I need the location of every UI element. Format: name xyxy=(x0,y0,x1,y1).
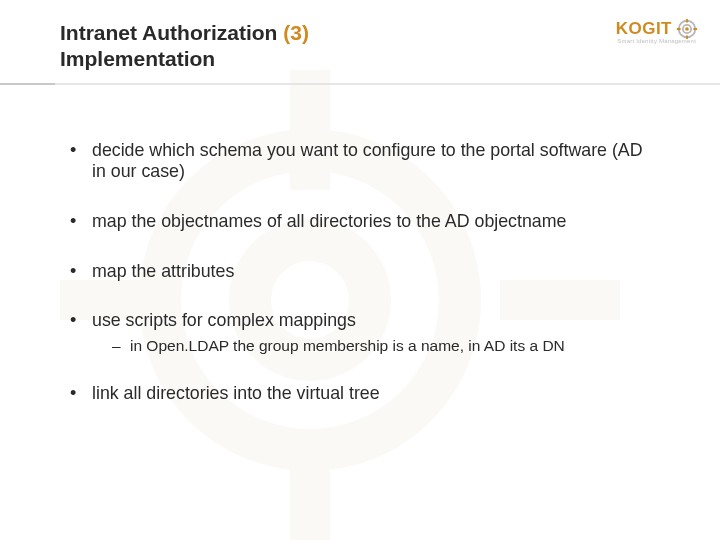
svg-point-8 xyxy=(685,27,689,31)
bullet-text: decide which schema you want to configur… xyxy=(92,140,643,182)
sub-list-item: in Open.LDAP the group membership is a n… xyxy=(92,336,660,355)
bullet-text: map the attributes xyxy=(92,261,234,281)
bullet-text: link all directories into the virtual tr… xyxy=(92,383,380,403)
logo-tagline: Smart Identity Management xyxy=(617,38,696,44)
title-line1-pre: Intranet Authorization xyxy=(60,21,283,44)
slide: Intranet Authorization (3) Implementatio… xyxy=(0,0,720,540)
slide-title: Intranet Authorization (3) Implementatio… xyxy=(60,20,700,73)
content: decide which schema you want to configur… xyxy=(0,85,720,406)
header: Intranet Authorization (3) Implementatio… xyxy=(0,20,720,73)
title-line1-accent: (3) xyxy=(283,21,309,44)
gear-target-icon xyxy=(676,18,698,40)
list-item: map the objectnames of all directories t… xyxy=(60,211,660,233)
title-line2: Implementation xyxy=(60,47,215,70)
list-item: link all directories into the virtual tr… xyxy=(60,383,660,405)
list-item: map the attributes xyxy=(60,261,660,283)
list-item: use scripts for complex mappings in Open… xyxy=(60,310,660,355)
bullet-text: use scripts for complex mappings xyxy=(92,310,356,330)
sub-bullet-text: in Open.LDAP the group membership is a n… xyxy=(130,337,565,354)
bullet-text: map the objectnames of all directories t… xyxy=(92,211,566,231)
logo-text: KOGIT xyxy=(616,19,672,39)
brand-logo: KOGIT Smart Identity Management xyxy=(616,18,698,40)
bullet-list: decide which schema you want to configur… xyxy=(60,140,660,406)
list-item: decide which schema you want to configur… xyxy=(60,140,660,183)
sub-list: in Open.LDAP the group membership is a n… xyxy=(92,336,660,355)
